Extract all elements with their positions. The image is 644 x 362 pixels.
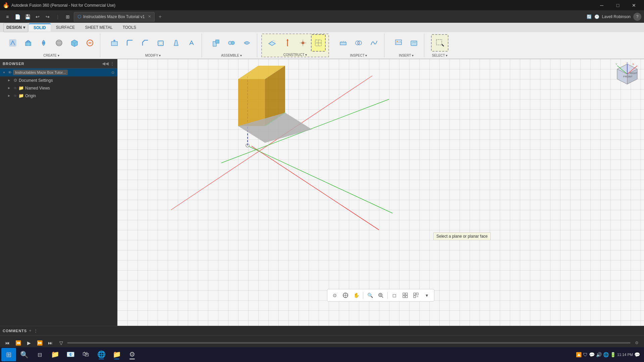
tree-item-named-views[interactable]: ▶ 👁 📁 Named Views <box>0 84 117 92</box>
taskbar-app-fusion[interactable]: ⚙ <box>125 348 140 361</box>
task-view-button[interactable]: ⊟ <box>32 348 47 361</box>
shell-button[interactable] <box>153 34 168 52</box>
canvas-button[interactable] <box>391 34 406 52</box>
tab-sheet-metal[interactable]: SHEET METAL <box>80 24 117 31</box>
taskbar-app-mail[interactable]: 📧 <box>63 348 78 361</box>
timeline-filter-icon[interactable]: ▽ <box>56 338 66 348</box>
comments-menu-icon[interactable]: ⋮ <box>34 328 38 333</box>
motion-link-button[interactable] <box>239 34 254 52</box>
select-group-label[interactable]: SELECT ▾ <box>432 53 448 57</box>
taskbar-app-store[interactable]: 🛍 <box>78 348 93 361</box>
construct-highlight-button[interactable] <box>311 34 326 52</box>
timeline-track[interactable] <box>67 342 631 344</box>
help-button[interactable]: ? <box>633 13 641 21</box>
axis-button[interactable] <box>280 34 295 52</box>
view-toggle-button[interactable] <box>411 291 421 300</box>
start-button[interactable]: ⊞ <box>1 348 16 361</box>
display-mode-button[interactable]: ◻ <box>390 291 399 300</box>
tree-expand-icon[interactable]: ▶ <box>8 94 12 97</box>
warp-button[interactable] <box>83 34 97 52</box>
notification-icon[interactable]: 💬 <box>634 352 640 357</box>
timeline-play-button[interactable]: ▶ <box>24 338 34 348</box>
sidebar-collapse-icon[interactable]: ◀◀ <box>102 61 109 66</box>
sync-icon[interactable]: 🔄 <box>587 14 592 19</box>
tree-expand-icon[interactable]: ▶ <box>8 86 12 89</box>
draft-button[interactable] <box>169 34 183 52</box>
orbit-button[interactable]: ⊙ <box>330 291 339 300</box>
timeline-settings-button[interactable]: ⚙ <box>632 338 641 348</box>
minimize-button[interactable]: ─ <box>594 0 609 11</box>
tab-surface[interactable]: SURFACE <box>51 24 80 31</box>
tab-tools[interactable]: TOOLS <box>118 24 141 31</box>
tree-item-document-settings[interactable]: ▶ ⚙ Document Settings <box>0 76 117 84</box>
volume-icon[interactable]: 🔊 <box>596 352 602 357</box>
offset-plane-button[interactable] <box>265 34 279 52</box>
timeline-forward-button[interactable]: ⏩ <box>35 338 44 348</box>
save-icon[interactable]: 💾 <box>23 12 32 21</box>
box-button[interactable] <box>67 34 82 52</box>
search-button[interactable]: 🔍 <box>17 348 32 361</box>
insert-group-label[interactable]: INSERT ▾ <box>399 53 414 57</box>
close-button[interactable]: ✕ <box>627 0 641 11</box>
eye-icon[interactable]: 👁 <box>13 86 17 90</box>
pan-button[interactable]: ✋ <box>352 291 361 300</box>
tray-expand-icon[interactable]: 🔼 <box>576 352 582 357</box>
create-group-label[interactable]: CREATE ▾ <box>43 53 59 57</box>
sidebar-menu-icon[interactable]: ⋮ <box>110 61 114 66</box>
tree-item-origin[interactable]: ▶ 👁 📁 Origin <box>0 92 117 100</box>
history-icon[interactable]: 🕐 <box>594 14 599 19</box>
point-button[interactable] <box>296 34 310 52</box>
create-sketch-button[interactable] <box>5 34 20 52</box>
inspect-group-label[interactable]: INSPECT ▾ <box>350 53 367 57</box>
zoom-more-button[interactable] <box>376 291 385 300</box>
curvature-button[interactable] <box>367 34 381 52</box>
taskbar-app-explorer[interactable]: 📁 <box>48 348 62 361</box>
tree-item-root[interactable]: ▼ 👁 Instructables Maze Box Tutor... ⊙ <box>0 68 117 76</box>
design-dropdown[interactable]: DESIGN ▾ <box>3 23 28 32</box>
add-tab-button[interactable]: + <box>156 13 164 21</box>
undo-icon[interactable]: ↩ <box>33 12 42 21</box>
modify-group-label[interactable]: MODIFY ▾ <box>145 53 161 57</box>
menu-icon[interactable]: ≡ <box>3 12 12 21</box>
add-comment-icon[interactable]: + <box>29 328 32 333</box>
system-clock[interactable]: 11:14 PM <box>617 353 633 357</box>
revolve-button[interactable] <box>36 34 51 52</box>
shield-icon[interactable]: 🛡 <box>583 352 588 357</box>
pan-orbit-button[interactable] <box>341 291 350 300</box>
chamfer-button[interactable] <box>138 34 153 52</box>
decal-button[interactable] <box>407 34 421 52</box>
eye-icon[interactable]: 👁 <box>8 70 12 74</box>
construct-group-label[interactable]: CONSTRUCT ▾ <box>283 52 307 57</box>
apps-icon[interactable]: ⊞ <box>63 12 72 21</box>
taskbar-app-chrome[interactable]: 🌐 <box>94 348 109 361</box>
lock-icon[interactable]: ⊙ <box>111 70 114 75</box>
viewcube[interactable]: X Y Z FRONT RIGHT <box>614 62 641 89</box>
maximize-button[interactable]: □ <box>610 0 625 11</box>
tab-item[interactable]: ⬡ Instructables Maze Box Tutorial v1 ✕ <box>74 12 155 21</box>
tab-solid[interactable]: SOLID <box>29 23 51 32</box>
network-icon[interactable]: 🌐 <box>603 352 609 357</box>
taskbar-app-explorer2[interactable]: 📁 <box>109 348 124 361</box>
extrude-button[interactable] <box>21 34 36 52</box>
tree-expand-icon[interactable]: ▼ <box>3 71 7 74</box>
select-box-button[interactable] <box>431 34 448 52</box>
zoom-button[interactable]: 🔍 <box>365 291 375 300</box>
viewcube-svg[interactable]: X Y Z FRONT RIGHT <box>614 62 641 89</box>
push-pull-button[interactable] <box>107 34 122 52</box>
battery-icon[interactable]: 🔋 <box>610 352 616 357</box>
fillet-button[interactable] <box>122 34 137 52</box>
more-button[interactable]: ▾ <box>422 291 431 300</box>
timeline-start-button[interactable]: ⏮ <box>3 338 12 348</box>
assemble-group-label[interactable]: ASSEMBLE ▾ <box>221 53 242 57</box>
scale-button[interactable] <box>184 34 199 52</box>
interference-button[interactable] <box>351 34 366 52</box>
timeline-end-button[interactable]: ⏭ <box>46 338 55 348</box>
tree-expand-icon[interactable]: ▶ <box>8 79 12 82</box>
grid-button[interactable] <box>400 291 410 300</box>
new-component-button[interactable] <box>209 34 223 52</box>
joint-button[interactable] <box>224 34 239 52</box>
chat-icon[interactable]: 💬 <box>589 352 595 357</box>
new-file-icon[interactable]: 📄 <box>13 12 22 21</box>
measure-button[interactable] <box>336 34 351 52</box>
redo-icon[interactable]: ↪ <box>43 12 52 21</box>
